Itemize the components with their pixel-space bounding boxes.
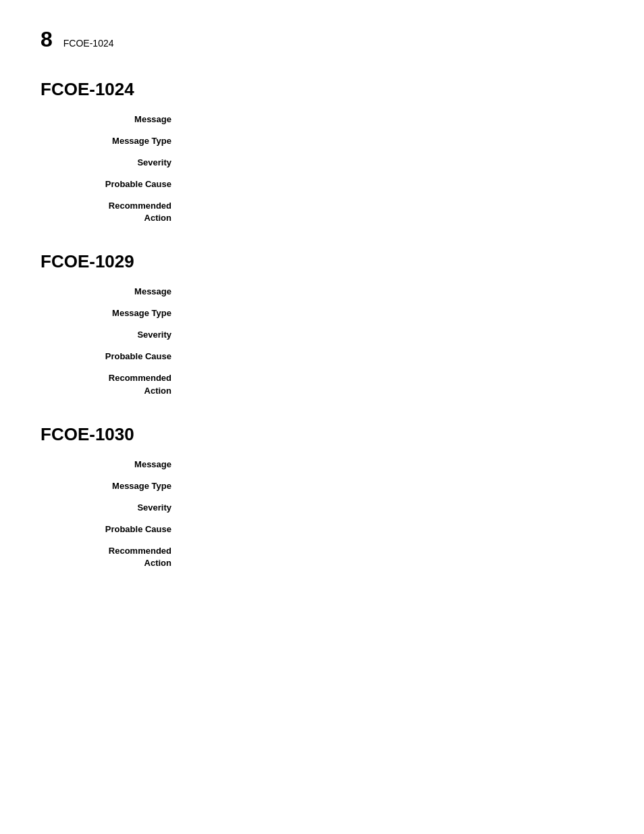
entry-fcoe-1030-field-2: Severity [41, 502, 603, 515]
entry-fcoe-1024-field-1: Message Type [41, 135, 603, 149]
entry-fcoe-1030: FCOE-1030MessageMessage TypeSeverityProb… [41, 424, 603, 569]
entry-fcoe-1029-field-4: Recommended Action [41, 372, 603, 396]
entry-fcoe-1024-field-value-1 [182, 135, 603, 149]
entry-fcoe-1030-field-label-4: Recommended Action [41, 545, 182, 569]
entry-fcoe-1024-field-3: Probable Cause [41, 178, 603, 192]
entry-fcoe-1029-field-2: Severity [41, 329, 603, 342]
header-title: FCOE-1024 [63, 38, 114, 49]
entry-fcoe-1024-field-value-3 [182, 178, 603, 192]
entry-fcoe-1024-field-value-0 [182, 113, 603, 127]
entry-fcoe-1030-field-value-2 [182, 502, 603, 515]
entry-fcoe-1030-field-value-1 [182, 480, 603, 494]
entry-fcoe-1024-field-label-4: Recommended Action [41, 200, 182, 224]
entry-fcoe-1029-field-label-4: Recommended Action [41, 372, 182, 396]
entry-fcoe-1029-field-label-2: Severity [41, 329, 182, 342]
entry-fcoe-1029-field-0: Message [41, 286, 603, 299]
entry-fcoe-1024-field-2: Severity [41, 157, 603, 170]
entry-fcoe-1029-field-value-2 [182, 329, 603, 342]
entry-fcoe-1029-title: FCOE-1029 [41, 251, 603, 272]
entry-fcoe-1029-field-value-3 [182, 350, 603, 364]
entry-fcoe-1024-field-value-4 [182, 200, 603, 224]
entries-container: FCOE-1024MessageMessage TypeSeverityProb… [41, 79, 603, 569]
entry-fcoe-1030-field-value-3 [182, 523, 603, 537]
entry-fcoe-1029-field-value-0 [182, 286, 603, 299]
entry-fcoe-1030-field-value-0 [182, 459, 603, 472]
entry-fcoe-1030-field-4: Recommended Action [41, 545, 603, 569]
entry-fcoe-1024-field-value-2 [182, 157, 603, 170]
entry-fcoe-1030-title: FCOE-1030 [41, 424, 603, 445]
entry-fcoe-1024-field-label-1: Message Type [41, 135, 182, 149]
entry-fcoe-1024-field-label-3: Probable Cause [41, 178, 182, 192]
entry-fcoe-1030-field-label-0: Message [41, 459, 182, 472]
entry-fcoe-1030-field-1: Message Type [41, 480, 603, 494]
entry-fcoe-1030-field-label-1: Message Type [41, 480, 182, 494]
entry-fcoe-1024-field-0: Message [41, 113, 603, 127]
entry-fcoe-1030-field-label-2: Severity [41, 502, 182, 515]
entry-fcoe-1029-field-label-1: Message Type [41, 307, 182, 321]
entry-fcoe-1029-field-3: Probable Cause [41, 350, 603, 364]
entry-fcoe-1029-field-1: Message Type [41, 307, 603, 321]
entry-fcoe-1024-field-label-0: Message [41, 113, 182, 127]
entry-fcoe-1029-field-value-4 [182, 372, 603, 396]
entry-fcoe-1024-title: FCOE-1024 [41, 79, 603, 100]
entry-fcoe-1024-field-label-2: Severity [41, 157, 182, 170]
entry-fcoe-1029-field-label-3: Probable Cause [41, 350, 182, 364]
entry-fcoe-1029-field-label-0: Message [41, 286, 182, 299]
entry-fcoe-1029: FCOE-1029MessageMessage TypeSeverityProb… [41, 251, 603, 396]
entry-fcoe-1024-field-4: Recommended Action [41, 200, 603, 224]
page-header: 8 FCOE-1024 [41, 27, 603, 52]
entry-fcoe-1030-field-0: Message [41, 459, 603, 472]
page-number: 8 [41, 27, 53, 52]
entry-fcoe-1030-field-3: Probable Cause [41, 523, 603, 537]
entry-fcoe-1024: FCOE-1024MessageMessage TypeSeverityProb… [41, 79, 603, 224]
entry-fcoe-1029-field-value-1 [182, 307, 603, 321]
entry-fcoe-1030-field-label-3: Probable Cause [41, 523, 182, 537]
entry-fcoe-1030-field-value-4 [182, 545, 603, 569]
